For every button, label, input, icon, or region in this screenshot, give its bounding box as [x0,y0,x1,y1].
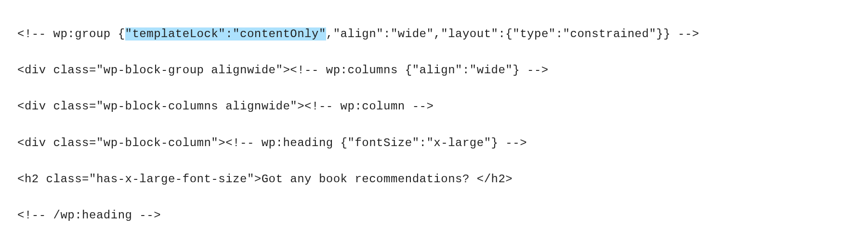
code-text[interactable]: ,"align":"wide","layout":{"type":"constr… [326,27,699,40]
code-text[interactable]: <!-- wp:group { [17,27,125,40]
code-line[interactable]: <h2 class="has-x-large-font-size">Got an… [17,170,851,188]
code-text[interactable]: <div class="wp-block-column"><!-- wp:hea… [17,136,527,149]
code-line[interactable]: <div class="wp-block-column"><!-- wp:hea… [17,134,851,152]
code-line[interactable]: <div class="wp-block-group alignwide"><!… [17,61,851,79]
code-text[interactable]: <!-- /wp:heading --> [17,209,161,222]
code-line[interactable]: <!-- wp:group {"templateLock":"contentOn… [17,25,851,43]
code-text[interactable]: <div class="wp-block-columns alignwide">… [17,100,434,113]
code-line[interactable]: <div class="wp-block-columns alignwide">… [17,97,851,115]
code-block[interactable]: <!-- wp:group {"templateLock":"contentOn… [17,25,851,224]
code-text[interactable]: <div class="wp-block-group alignwide"><!… [17,64,549,77]
code-text[interactable]: <h2 class="has-x-large-font-size">Got an… [17,173,513,186]
code-line[interactable]: <!-- /wp:heading --> [17,206,851,224]
highlighted-text[interactable]: "templateLock":"contentOnly" [125,27,326,40]
